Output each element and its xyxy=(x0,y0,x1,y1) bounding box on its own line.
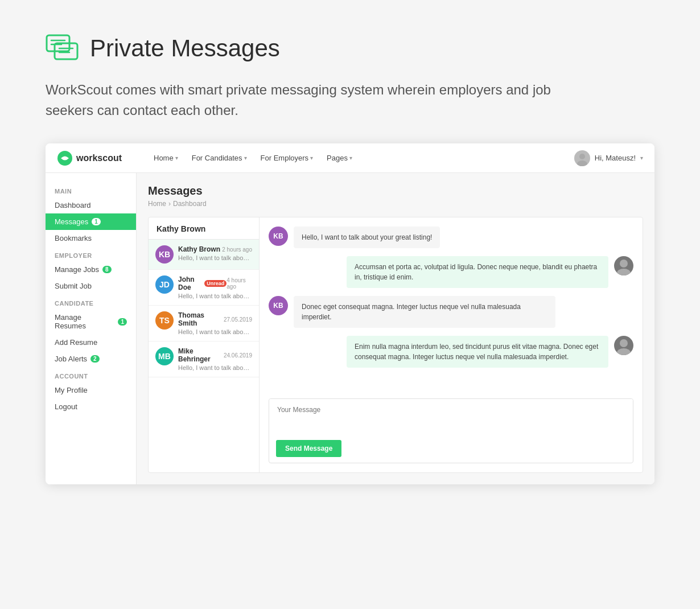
sidebar-item-logout[interactable]: Logout xyxy=(46,398,136,415)
message-row: KB Hello, I want to talk about your grea… xyxy=(269,227,633,248)
svg-point-9 xyxy=(620,260,628,268)
svg-point-8 xyxy=(577,161,587,166)
avatar: KB xyxy=(269,227,288,246)
nav-pages[interactable]: Pages ▾ xyxy=(321,150,358,166)
conv-info: John Doe Unread 4 hours ago Hello, I wan… xyxy=(178,275,252,299)
message-bubble: Hello, I want to talk about your great l… xyxy=(294,227,440,248)
svg-point-10 xyxy=(617,269,631,275)
sidebar-item-bookmarks[interactable]: Bookmarks xyxy=(46,230,136,246)
svg-point-12 xyxy=(617,348,631,355)
sidebar-item-messages[interactable]: Messages 1 xyxy=(46,213,136,230)
active-contact-name: Kathy Brown xyxy=(149,217,259,240)
messages-page-title: Messages xyxy=(148,184,643,197)
avatar: JD xyxy=(155,275,174,294)
sidebar-section-candidate: Candidate xyxy=(46,294,136,309)
page-wrapper: Private Messages WorkScout comes with sm… xyxy=(0,0,700,519)
breadcrumb: Home › Dashboard xyxy=(148,200,643,208)
avatar xyxy=(574,150,590,166)
avatar xyxy=(614,336,633,355)
nav-candidates[interactable]: For Candidates ▾ xyxy=(186,150,253,166)
conv-item-mike[interactable]: MB Mike Behringer 24.06.2019 Hello, I wa… xyxy=(149,341,259,377)
nav-home[interactable]: Home ▾ xyxy=(148,150,184,166)
avatar: MB xyxy=(155,347,174,365)
message-row: Accumsan et porta ac, volutpat id ligula… xyxy=(269,256,633,288)
logo-text: workscout xyxy=(76,153,122,163)
avatar: KB xyxy=(269,296,288,315)
unread-badge: Unread xyxy=(204,280,227,287)
message-bubble: Enim nulla magna interdum leo, sed tinci… xyxy=(347,336,608,368)
chevron-down-icon: ▾ xyxy=(244,155,247,161)
resumes-badge: 1 xyxy=(118,318,127,326)
nav-links: Home ▾ For Candidates ▾ For Employers ▾ … xyxy=(148,150,574,166)
breadcrumb-home[interactable]: Home xyxy=(148,200,166,208)
conversation-list: Kathy Brown KB Kathy Brown 2 hours ago xyxy=(149,217,260,472)
avatar: TS xyxy=(155,311,174,330)
message-row: KB Donec eget consequat magna. Integer l… xyxy=(269,296,633,328)
conv-info: Mike Behringer 24.06.2019 Hello, I want … xyxy=(178,347,252,371)
send-message-button[interactable]: Send Message xyxy=(276,440,341,457)
messages-icon xyxy=(46,34,80,63)
app-mockup: workscout Home ▾ For Candidates ▾ For Em… xyxy=(46,143,654,484)
logo-icon xyxy=(57,150,73,166)
page-title-bar: Messages Home › Dashboard xyxy=(148,184,643,208)
sidebar-item-job-alerts[interactable]: Job Alerts 2 xyxy=(46,351,136,367)
logo-area: workscout xyxy=(57,150,148,166)
sidebar-item-manage-resumes[interactable]: Manage Resumes 1 xyxy=(46,309,136,334)
conv-info: Kathy Brown 2 hours ago Hello, I want to… xyxy=(178,245,252,261)
chevron-down-icon: ▾ xyxy=(310,155,313,161)
message-bubble: Accumsan et porta ac, volutpat id ligula… xyxy=(347,256,608,288)
conv-item-thomas[interactable]: TS Thomas Smith 27.05.2019 Hello, I want… xyxy=(149,306,259,341)
main-content: Messages Home › Dashboard Kathy Brown xyxy=(137,173,654,484)
sidebar-item-dashboard[interactable]: Dashboard xyxy=(46,197,136,213)
conv-item-john[interactable]: JD John Doe Unread 4 hours ago Hello, I … xyxy=(149,270,259,306)
chat-input-area: Send Message xyxy=(269,398,633,463)
nav-employers[interactable]: For Employers ▾ xyxy=(255,150,319,166)
sidebar-item-add-resume[interactable]: Add Resume xyxy=(46,334,136,351)
sidebar-item-my-profile[interactable]: My Profile xyxy=(46,382,136,398)
nav-user[interactable]: Hi, Mateusz! ▾ xyxy=(574,150,643,166)
chevron-down-icon: ▾ xyxy=(175,155,178,161)
top-nav: workscout Home ▾ For Candidates ▾ For Em… xyxy=(46,143,654,173)
hero-section: Private Messages WorkScout comes with sm… xyxy=(46,34,654,121)
breadcrumb-dashboard: Dashboard xyxy=(173,200,207,208)
conv-info: Thomas Smith 27.05.2019 Hello, I want to… xyxy=(178,311,252,335)
svg-point-11 xyxy=(620,339,628,347)
user-label: Hi, Mateusz! xyxy=(595,154,636,162)
conv-item-kathy[interactable]: KB Kathy Brown 2 hours ago Hello, I want… xyxy=(149,240,259,270)
app-body: Main Dashboard Messages 1 Bookmarks Empl… xyxy=(46,173,654,484)
chat-area: KB Hello, I want to talk about your grea… xyxy=(260,217,643,472)
chevron-down-icon: ▾ xyxy=(349,155,352,161)
hero-description: WorkScout comes with smart private messa… xyxy=(46,80,558,121)
sidebar-section-account: Account xyxy=(46,367,136,382)
messages-container: Kathy Brown KB Kathy Brown 2 hours ago xyxy=(148,217,643,473)
message-row: Enim nulla magna interdum leo, sed tinci… xyxy=(269,336,633,368)
sidebar-item-manage-jobs[interactable]: Manage Jobs 8 xyxy=(46,261,136,278)
manage-jobs-badge: 8 xyxy=(102,266,112,273)
messages-badge: 1 xyxy=(92,218,101,225)
svg-point-7 xyxy=(579,154,585,159)
message-bubble: Donec eget consequat magna. Integer luct… xyxy=(294,296,555,328)
chat-messages: KB Hello, I want to talk about your grea… xyxy=(269,227,633,389)
page-title: Private Messages xyxy=(90,35,280,62)
hero-title-row: Private Messages xyxy=(46,34,654,63)
sidebar-section-employer: Employer xyxy=(46,246,136,261)
avatar xyxy=(614,256,633,275)
message-input[interactable] xyxy=(269,399,633,433)
sidebar: Main Dashboard Messages 1 Bookmarks Empl… xyxy=(46,173,137,484)
sidebar-item-submit-job[interactable]: Submit Job xyxy=(46,278,136,294)
sidebar-section-main: Main xyxy=(46,182,136,197)
avatar: KB xyxy=(155,245,174,264)
job-alerts-badge: 2 xyxy=(90,355,100,363)
chevron-down-icon: ▾ xyxy=(640,155,643,161)
